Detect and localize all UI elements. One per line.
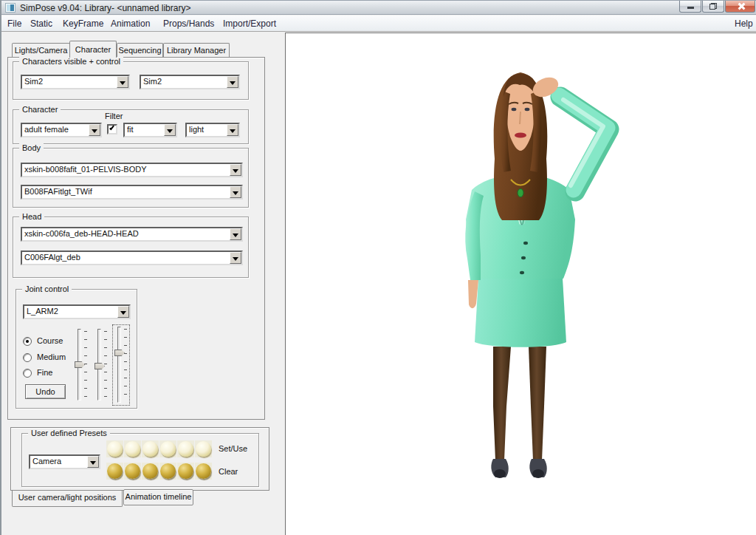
- title-bar[interactable]: SimPose v9.04: Library- <unnamed library…: [1, 0, 756, 15]
- joint-slider-x-ticks: [84, 331, 87, 399]
- dropdown-arrow-icon[interactable]: [230, 164, 241, 176]
- fit-combobox[interactable]: fit: [123, 123, 177, 137]
- joint-slider-y-ticks: [104, 331, 107, 399]
- dropdown-arrow-icon[interactable]: [230, 186, 241, 198]
- radio-course[interactable]: Course: [23, 336, 75, 347]
- preset-clear-button[interactable]: [177, 463, 194, 480]
- character-render: [286, 33, 756, 535]
- presets-panel: User defined Presets Camera: [10, 427, 269, 491]
- dropdown-arrow-icon[interactable]: [117, 76, 128, 88]
- dropdown-arrow-icon[interactable]: [230, 252, 241, 264]
- preset-setuse-row: [106, 440, 212, 457]
- radio-fine-circle[interactable]: [23, 369, 32, 378]
- body-group-label: Body: [19, 143, 44, 152]
- preset-empty-icon: [107, 441, 123, 457]
- preset-setuse-button[interactable]: [142, 440, 159, 457]
- restore-button[interactable]: [702, 1, 724, 13]
- dropdown-arrow-icon[interactable]: [227, 76, 238, 88]
- menu-props-hands[interactable]: Props/Hands: [163, 18, 214, 29]
- joint-slider-z-track[interactable]: [117, 327, 121, 403]
- tab-animation-timeline[interactable]: Animation timeline: [123, 489, 193, 505]
- tab-lights-camera[interactable]: Lights/Camera: [12, 43, 70, 57]
- joint-slider-z-focus-rect: [112, 324, 130, 406]
- preset-empty-icon: [142, 441, 158, 457]
- preset-setuse-button[interactable]: [159, 440, 176, 457]
- preset-setuse-button[interactable]: [106, 440, 123, 457]
- menu-import-export[interactable]: Import/Export: [223, 18, 276, 29]
- sim-right-combobox[interactable]: Sim2: [140, 75, 240, 89]
- menu-help[interactable]: Help: [735, 18, 753, 29]
- body-mesh-value: xskin-b008fafit_01-PELVIS-BODY: [24, 165, 228, 174]
- app-window: SimPose v9.04: Library- <unnamed library…: [0, 0, 756, 535]
- preset-filled-icon: [125, 463, 140, 479]
- dropdown-arrow-icon[interactable]: [230, 228, 241, 240]
- age-gender-value: adult female: [24, 125, 87, 134]
- characters-visible-label: Characters visible + control: [19, 57, 123, 66]
- window-title: SimPose v9.04: Library- <unnamed library…: [20, 3, 190, 13]
- preset-empty-icon: [125, 441, 140, 457]
- tab-character[interactable]: Character: [69, 41, 117, 58]
- preset-empty-icon: [196, 441, 211, 457]
- head-texture-combobox[interactable]: C006FAlgt_deb: [21, 251, 243, 265]
- preset-setuse-button[interactable]: [195, 440, 212, 457]
- preset-clear-button[interactable]: [124, 463, 141, 480]
- minimize-icon: [687, 7, 694, 9]
- preset-clear-button[interactable]: [106, 463, 123, 480]
- body-group: Body xskin-b008fafit_01-PELVIS-BODY B008…: [13, 148, 249, 208]
- set-use-label: Set/Use: [219, 444, 247, 453]
- radio-course-circle[interactable]: [23, 337, 32, 346]
- joint-slider-z-ticks: [124, 329, 127, 401]
- app-icon: [5, 3, 16, 13]
- presets-group: User defined Presets Camera: [21, 433, 259, 487]
- joint-slider-x-thumb[interactable]: [75, 361, 85, 368]
- age-gender-combobox[interactable]: adult female: [21, 123, 102, 137]
- character-group: Character Filter adult female fit light: [13, 109, 249, 144]
- render-viewport[interactable]: [285, 33, 756, 535]
- restore-icon: [709, 3, 717, 10]
- menu-file[interactable]: File: [7, 18, 21, 29]
- minimize-button[interactable]: [679, 1, 701, 13]
- joint-slider-y-thumb[interactable]: [94, 363, 105, 369]
- dropdown-arrow-icon[interactable]: [87, 456, 99, 468]
- head-texture-value: C006FAlgt_deb: [24, 253, 228, 262]
- sim-left-combobox[interactable]: Sim2: [21, 75, 130, 89]
- undo-button[interactable]: Undo: [25, 384, 66, 399]
- radio-fine-label: Fine: [37, 368, 52, 377]
- menu-static[interactable]: Static: [30, 18, 52, 29]
- preset-clear-button[interactable]: [195, 463, 212, 480]
- radio-medium-label: Medium: [37, 352, 66, 361]
- fit-value: fit: [127, 125, 162, 134]
- joint-control-group: Joint control L_ARM2 Course Medium Fine …: [16, 289, 137, 409]
- menu-keyframe[interactable]: KeyFrame: [63, 18, 103, 29]
- tab-sequencing[interactable]: Sequencing: [117, 43, 163, 57]
- filter-checkbox[interactable]: [107, 124, 117, 134]
- head-mesh-combobox[interactable]: xskin-c006fa_deb-HEAD-HEAD: [21, 227, 243, 242]
- radio-medium-circle[interactable]: [23, 353, 32, 362]
- preset-filled-icon: [196, 463, 211, 479]
- tab-user-camera-light-positions[interactable]: User camera/light positions: [12, 491, 123, 507]
- dropdown-arrow-icon[interactable]: [89, 124, 100, 136]
- tab-library-manager[interactable]: Library Manager: [163, 43, 230, 57]
- radio-fine[interactable]: Fine: [23, 368, 75, 378]
- body-texture-combobox[interactable]: B008FAFitlgt_TWif: [21, 185, 243, 200]
- close-button[interactable]: [725, 1, 755, 13]
- preset-clear-button[interactable]: [159, 463, 176, 480]
- radio-course-label: Course: [37, 336, 63, 345]
- preset-setuse-button[interactable]: [124, 440, 141, 457]
- preset-clear-button[interactable]: [142, 463, 159, 480]
- skin-tone-combobox[interactable]: light: [185, 123, 240, 137]
- preset-target-combobox[interactable]: Camera: [29, 454, 100, 469]
- radio-medium[interactable]: Medium: [23, 352, 75, 363]
- preset-empty-icon: [160, 441, 176, 457]
- characters-visible-group: Characters visible + control Sim2 Sim2: [13, 61, 249, 100]
- body-mesh-combobox[interactable]: xskin-b008fafit_01-PELVIS-BODY: [21, 163, 243, 177]
- preset-setuse-button[interactable]: [177, 440, 194, 457]
- menu-animation[interactable]: Animation: [111, 18, 150, 29]
- skin-tone-value: light: [189, 125, 225, 134]
- joint-combobox[interactable]: L_ARM2: [23, 304, 131, 319]
- menu-bar: File Static KeyFrame Animation Props/Han…: [1, 16, 756, 32]
- preset-filled-icon: [107, 463, 123, 479]
- dropdown-arrow-icon[interactable]: [117, 306, 129, 318]
- dropdown-arrow-icon[interactable]: [164, 124, 176, 136]
- dropdown-arrow-icon[interactable]: [227, 124, 238, 136]
